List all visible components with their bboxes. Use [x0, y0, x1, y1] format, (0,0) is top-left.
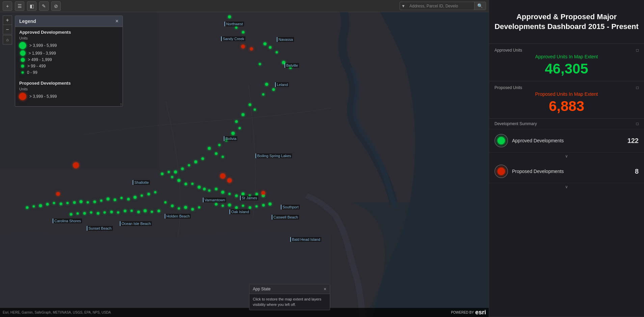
- map-container[interactable]: + ☰ ◧ ✎ ⊘ ▼ 🔍 + − ⌂ Legend × Approved De…: [0, 0, 489, 317]
- green-dot[interactable]: [60, 203, 62, 205]
- green-dot[interactable]: [229, 193, 231, 195]
- green-dot[interactable]: [249, 104, 251, 106]
- green-dot[interactable]: [264, 42, 266, 45]
- green-dot[interactable]: [235, 27, 237, 29]
- search-input[interactable]: [407, 2, 474, 10]
- app-state-popup[interactable]: App State × Click to restore the map ext…: [249, 284, 330, 310]
- red-dot[interactable]: [220, 174, 225, 178]
- green-dot[interactable]: [104, 211, 106, 213]
- green-dot[interactable]: [222, 156, 224, 158]
- green-dot[interactable]: [218, 144, 220, 146]
- green-dot[interactable]: [262, 194, 265, 197]
- red-dot[interactable]: [250, 48, 253, 50]
- green-dot[interactable]: [262, 204, 265, 206]
- red-dot[interactable]: [262, 191, 265, 195]
- summary-menu-icon[interactable]: □: [636, 121, 639, 126]
- green-dot[interactable]: [188, 164, 190, 166]
- green-dot[interactable]: [272, 88, 275, 91]
- green-dot[interactable]: [262, 93, 264, 95]
- green-dot[interactable]: [259, 63, 261, 65]
- green-dot[interactable]: [124, 210, 126, 212]
- green-dot[interactable]: [228, 16, 231, 18]
- approved-chevron[interactable]: ∨: [489, 152, 644, 160]
- green-dot[interactable]: [242, 113, 244, 116]
- green-dot[interactable]: [185, 183, 187, 185]
- green-dot[interactable]: [198, 186, 200, 189]
- green-dot[interactable]: [198, 206, 200, 208]
- green-dot[interactable]: [235, 120, 238, 123]
- green-dot[interactable]: [208, 190, 210, 192]
- green-dot[interactable]: [131, 210, 133, 212]
- green-dot[interactable]: [194, 161, 197, 163]
- green-dot[interactable]: [39, 204, 42, 207]
- green-dot[interactable]: [137, 211, 140, 213]
- green-dot[interactable]: [215, 152, 217, 155]
- green-dot[interactable]: [87, 201, 89, 203]
- green-dot[interactable]: [141, 195, 143, 197]
- green-dot[interactable]: [144, 209, 146, 212]
- basemap-button[interactable]: ◧: [27, 1, 36, 11]
- green-dot[interactable]: [269, 203, 271, 205]
- green-dot[interactable]: [97, 212, 99, 214]
- search-button[interactable]: 🔍: [474, 2, 486, 10]
- green-dot[interactable]: [184, 206, 187, 209]
- red-dot[interactable]: [241, 45, 245, 48]
- green-dot[interactable]: [208, 147, 211, 150]
- green-dot[interactable]: [107, 198, 109, 200]
- green-dot[interactable]: [66, 202, 69, 204]
- summary-row-approved[interactable]: Approved Developments 122: [489, 129, 644, 152]
- green-dot[interactable]: [120, 197, 123, 199]
- green-dot[interactable]: [222, 205, 224, 207]
- green-dot[interactable]: [158, 210, 160, 212]
- green-dot[interactable]: [242, 193, 244, 195]
- home-button[interactable]: ⌂: [3, 35, 12, 45]
- green-dot[interactable]: [178, 207, 180, 209]
- green-dot[interactable]: [77, 212, 79, 214]
- green-dot[interactable]: [235, 195, 238, 197]
- green-dot[interactable]: [276, 51, 278, 53]
- green-dot[interactable]: [110, 211, 113, 213]
- green-dot[interactable]: [256, 205, 258, 207]
- green-dot[interactable]: [83, 212, 86, 214]
- legend-close-button[interactable]: ×: [115, 19, 118, 24]
- green-dot[interactable]: [147, 193, 150, 195]
- green-dot[interactable]: [228, 204, 231, 206]
- green-dot[interactable]: [33, 205, 35, 207]
- green-dot[interactable]: [53, 202, 55, 204]
- green-dot[interactable]: [70, 213, 72, 215]
- green-dot[interactable]: [191, 183, 193, 185]
- green-dot[interactable]: [215, 188, 217, 190]
- proposed-units-menu-icon[interactable]: □: [636, 85, 639, 90]
- search-bar[interactable]: ▼ 🔍: [400, 2, 486, 10]
- green-dot[interactable]: [221, 191, 224, 194]
- green-dot[interactable]: [235, 206, 238, 209]
- green-dot[interactable]: [80, 200, 82, 203]
- green-dot[interactable]: [191, 208, 194, 210]
- green-dot[interactable]: [154, 191, 156, 193]
- green-dot[interactable]: [164, 201, 166, 203]
- green-dot[interactable]: [254, 109, 256, 111]
- legend-resize-handle[interactable]: ⠿: [119, 103, 123, 106]
- green-dot[interactable]: [100, 200, 102, 202]
- add-button[interactable]: +: [3, 1, 12, 11]
- approved-units-menu-icon[interactable]: □: [636, 48, 639, 53]
- layers-button[interactable]: ☰: [15, 1, 24, 11]
- green-dot[interactable]: [93, 201, 96, 203]
- green-dot[interactable]: [90, 211, 92, 213]
- red-dot[interactable]: [56, 192, 60, 196]
- green-dot[interactable]: [151, 211, 153, 213]
- green-dot[interactable]: [168, 171, 170, 173]
- proposed-chevron[interactable]: ∨: [489, 183, 644, 191]
- green-dot[interactable]: [46, 203, 49, 205]
- zoom-out-button[interactable]: −: [3, 25, 12, 34]
- green-dot[interactable]: [174, 171, 177, 173]
- green-dot[interactable]: [265, 83, 268, 86]
- green-dot[interactable]: [202, 157, 204, 160]
- green-dot[interactable]: [178, 179, 180, 182]
- green-dot[interactable]: [26, 206, 28, 209]
- search-dropdown[interactable]: ▼: [400, 4, 407, 8]
- green-dot[interactable]: [181, 168, 184, 170]
- filter-button[interactable]: ⊘: [51, 1, 61, 11]
- green-dot[interactable]: [171, 205, 173, 207]
- green-dot[interactable]: [114, 199, 116, 201]
